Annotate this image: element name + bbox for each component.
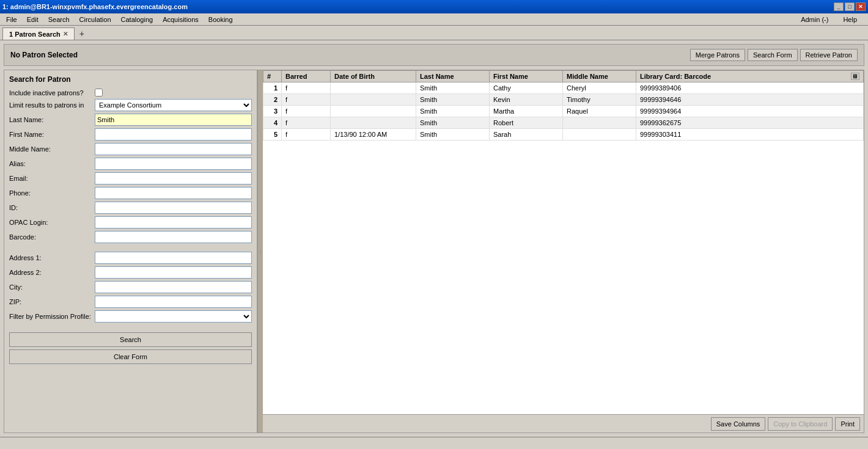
id-row: ID: bbox=[9, 202, 252, 214]
inactive-row: Include inactive patrons? bbox=[9, 89, 252, 97]
panel-divider[interactable]: ⋮ bbox=[258, 70, 263, 433]
cell-num: 4 bbox=[263, 117, 282, 129]
menu-cataloging[interactable]: Cataloging bbox=[116, 15, 158, 24]
results-bottom-bar: Save Columns Copy to Clipboard Print bbox=[263, 414, 864, 433]
limit-select[interactable]: Example Consortium bbox=[95, 99, 252, 111]
patron-header-buttons: Merge Patrons Search Form Retrieve Patro… bbox=[690, 49, 858, 61]
cell-middle-name bbox=[563, 129, 636, 141]
menu-booking[interactable]: Booking bbox=[204, 15, 238, 24]
col-expand-icon[interactable]: ⊞ bbox=[851, 73, 859, 80]
tab-close-icon[interactable]: ✕ bbox=[63, 31, 68, 37]
results-table: # Barred Date of Birth Last Name First N… bbox=[263, 70, 864, 141]
opac-label: OPAC Login: bbox=[9, 219, 95, 226]
cell-last-name: Smith bbox=[416, 129, 490, 141]
search-panel: Search for Patron Include inactive patro… bbox=[4, 70, 258, 433]
form-buttons: Search Clear Form bbox=[9, 332, 252, 364]
menu-search[interactable]: Search bbox=[43, 15, 75, 24]
save-columns-button[interactable]: Save Columns bbox=[711, 417, 766, 431]
table-row[interactable]: 2 f Smith Kevin Timothy 99999394646 bbox=[263, 94, 864, 106]
menu-edit[interactable]: Edit bbox=[22, 15, 43, 24]
cell-last-name: Smith bbox=[416, 106, 490, 117]
filter-select[interactable] bbox=[95, 310, 252, 323]
close-button[interactable]: ✕ bbox=[856, 2, 866, 11]
menu-file[interactable]: File bbox=[1, 15, 22, 24]
cell-num: 2 bbox=[263, 94, 282, 106]
cell-num: 5 bbox=[263, 129, 282, 141]
last-name-label: Last Name: bbox=[9, 116, 95, 123]
last-name-row: Last Name: bbox=[9, 114, 252, 126]
retrieve-patron-button[interactable]: Retrieve Patron bbox=[800, 49, 858, 61]
alias-input[interactable] bbox=[95, 158, 252, 170]
last-name-input[interactable] bbox=[95, 114, 252, 126]
admin-menu[interactable]: Admin (-) bbox=[796, 15, 833, 24]
address1-input[interactable] bbox=[95, 252, 252, 264]
title-bar: 1: admin@BR1-winxpvmfx.phasefx.evergreen… bbox=[0, 0, 868, 13]
zip-label: ZIP: bbox=[9, 298, 95, 305]
main-area: No Patron Selected Merge Patrons Search … bbox=[0, 40, 868, 437]
address2-row: Address 2: bbox=[9, 266, 252, 279]
barcode-input[interactable] bbox=[95, 231, 252, 243]
id-input[interactable] bbox=[95, 202, 252, 214]
middle-name-row: Middle Name: bbox=[9, 143, 252, 155]
limit-row: Limit results to patrons in Example Cons… bbox=[9, 99, 252, 111]
city-input[interactable] bbox=[95, 281, 252, 293]
table-row[interactable]: 5 f 1/13/90 12:00 AM Smith Sarah 9999930… bbox=[263, 129, 864, 141]
cell-library-card: 99999389406 bbox=[636, 82, 864, 94]
col-barred: Barred bbox=[282, 71, 331, 82]
address2-label: Address 2: bbox=[9, 269, 95, 276]
first-name-input[interactable] bbox=[95, 128, 252, 141]
first-name-row: First Name: bbox=[9, 128, 252, 141]
inactive-checkbox[interactable] bbox=[95, 89, 103, 97]
results-table-container: # Barred Date of Birth Last Name First N… bbox=[263, 70, 864, 414]
address2-input[interactable] bbox=[95, 266, 252, 279]
cell-first-name: Robert bbox=[490, 117, 563, 129]
tab-bar: 1 Patron Search ✕ + bbox=[0, 26, 868, 40]
tab-add-button[interactable]: + bbox=[75, 27, 89, 40]
zip-input[interactable] bbox=[95, 296, 252, 308]
cell-middle-name: Timothy bbox=[563, 94, 636, 106]
menu-acquisitions[interactable]: Acquisitions bbox=[158, 15, 204, 24]
opac-row: OPAC Login: bbox=[9, 216, 252, 228]
cell-num: 3 bbox=[263, 106, 282, 117]
tab-patron-search[interactable]: 1 Patron Search ✕ bbox=[2, 27, 75, 40]
col-library-card: Library Card: Barcode ⊞ bbox=[636, 71, 864, 82]
title-text: 1: admin@BR1-winxpvmfx.phasefx.evergreen… bbox=[2, 3, 188, 10]
first-name-label: First Name: bbox=[9, 131, 95, 138]
col-first-name: First Name bbox=[490, 71, 563, 82]
phone-input[interactable] bbox=[95, 187, 252, 199]
middle-name-label: Middle Name: bbox=[9, 145, 95, 153]
cell-dob bbox=[331, 117, 416, 129]
address1-row: Address 1: bbox=[9, 252, 252, 264]
email-row: Email: bbox=[9, 172, 252, 184]
col-dob: Date of Birth bbox=[331, 71, 416, 82]
search-form-button[interactable]: Search Form bbox=[748, 49, 798, 61]
cell-num: 1 bbox=[263, 82, 282, 94]
help-menu[interactable]: Help bbox=[838, 15, 862, 24]
maximize-button[interactable]: □ bbox=[845, 2, 855, 11]
content-area: Search for Patron Include inactive patro… bbox=[4, 70, 864, 433]
minimize-button[interactable]: _ bbox=[834, 2, 844, 11]
address1-label: Address 1: bbox=[9, 254, 95, 261]
table-header-row: # Barred Date of Birth Last Name First N… bbox=[263, 71, 864, 82]
cell-first-name: Cathy bbox=[490, 82, 563, 94]
clear-form-button[interactable]: Clear Form bbox=[9, 349, 252, 364]
copy-clipboard-button[interactable]: Copy to Clipboard bbox=[768, 417, 833, 431]
table-row[interactable]: 1 f Smith Cathy Cheryl 99999389406 bbox=[263, 82, 864, 94]
search-panel-title: Search for Patron bbox=[9, 75, 252, 84]
opac-input[interactable] bbox=[95, 216, 252, 228]
status-bar bbox=[0, 437, 868, 449]
search-button[interactable]: Search bbox=[9, 332, 252, 347]
cell-library-card: 99999394964 bbox=[636, 106, 864, 117]
email-input[interactable] bbox=[95, 172, 252, 184]
menu-circulation[interactable]: Circulation bbox=[75, 15, 116, 24]
merge-patrons-button[interactable]: Merge Patrons bbox=[690, 49, 745, 61]
middle-name-input[interactable] bbox=[95, 143, 252, 155]
zip-row: ZIP: bbox=[9, 296, 252, 308]
id-label: ID: bbox=[9, 204, 95, 211]
print-button[interactable]: Print bbox=[835, 417, 860, 431]
patron-header: No Patron Selected Merge Patrons Search … bbox=[4, 44, 864, 66]
table-row[interactable]: 3 f Smith Martha Raquel 99999394964 bbox=[263, 106, 864, 117]
barcode-label: Barcode: bbox=[9, 233, 95, 241]
cell-barred: f bbox=[282, 94, 331, 106]
table-row[interactable]: 4 f Smith Robert 99999362675 bbox=[263, 117, 864, 129]
